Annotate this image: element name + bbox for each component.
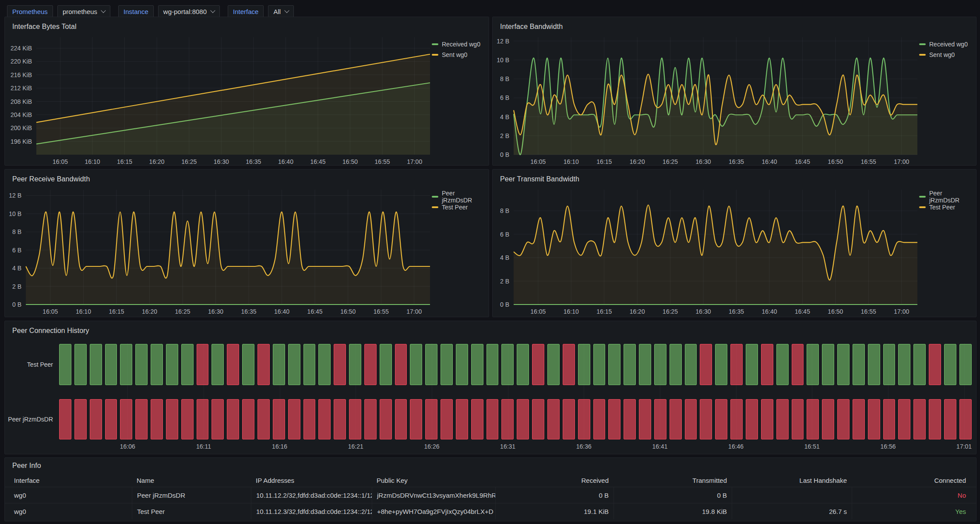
legend-item[interactable]: Received wg0 <box>432 40 484 48</box>
table-cell: Peer jRzmDsDR <box>132 487 251 503</box>
variable-selected-value: All <box>273 8 281 15</box>
state-bar-disconnected <box>563 344 575 385</box>
variable-value-interface[interactable]: All <box>268 5 294 18</box>
legend-swatch-icon <box>919 196 926 198</box>
legend-label: Test Peer <box>442 204 468 211</box>
x-axis-tick: 16:55 <box>861 158 876 165</box>
state-bar-disconnected <box>395 399 407 439</box>
panel-title[interactable]: Peer Info <box>12 462 41 470</box>
state-bar-connected <box>959 344 972 385</box>
panel-title[interactable]: Peer Connection History <box>12 327 89 335</box>
x-axis-tick: 16:10 <box>564 158 579 165</box>
chart-plot-area[interactable]: 8 B6 B4 B2 B0 B16:0516:1016:1516:2016:25… <box>514 190 917 304</box>
state-bar-connected <box>105 344 117 385</box>
state-bar-connected <box>608 344 620 385</box>
state-bar-connected <box>74 344 87 385</box>
column-header-transmitted[interactable]: Transmitted <box>613 474 732 487</box>
state-bar-connected <box>59 344 71 385</box>
state-bar-disconnected <box>730 399 743 439</box>
column-header-received[interactable]: Received <box>495 474 613 487</box>
column-header-name[interactable]: Name <box>132 474 251 487</box>
state-bar-connected <box>288 344 300 385</box>
legend-swatch-icon <box>432 54 438 56</box>
state-bar-connected <box>380 344 392 385</box>
column-header-ip-addresses[interactable]: IP Addresses <box>251 474 372 487</box>
panel-title[interactable]: Interface Bytes Total <box>12 23 77 31</box>
column-header-last-handshake[interactable]: Last Handshake <box>732 474 852 487</box>
state-bar-disconnected <box>563 399 575 439</box>
timeline-plot-area[interactable]: 16:0616:1116:1616:2116:2616:3116:3616:41… <box>59 343 972 440</box>
x-axis-tick: 16:05 <box>530 308 546 315</box>
x-axis-tick: 16:05 <box>42 308 58 315</box>
state-bar-disconnected <box>364 399 377 439</box>
y-axis-tick: 8 B <box>500 75 509 82</box>
x-axis-tick: 16:45 <box>795 308 810 315</box>
variable-label-prometheus: Prometheus <box>7 5 53 18</box>
x-axis-tick: 16:25 <box>663 158 678 165</box>
x-axis-tick: 16:15 <box>109 308 124 315</box>
x-axis-tick: 16:15 <box>117 158 132 165</box>
legend-item[interactable]: Test Peer <box>919 203 972 211</box>
x-axis-tick: 16:05 <box>530 158 546 165</box>
x-axis-tick: 16:05 <box>53 158 68 165</box>
chart-canvas <box>36 37 430 155</box>
state-bar-disconnected <box>807 399 819 439</box>
state-bar-connected <box>715 344 727 385</box>
x-axis-tick: 16:50 <box>828 158 843 165</box>
state-bar-disconnected <box>532 399 544 439</box>
legend-label: Peer jRzmDsDR <box>929 190 972 204</box>
chart-plot-area[interactable]: 12 B10 B8 B6 B4 B2 B0 B16:0516:1016:1516… <box>26 190 430 304</box>
table-row: wg0Peer jRzmDsDR10.11.12.2/32,fdfd:d3ad:… <box>5 487 976 503</box>
chart-plot-area[interactable]: 224 KiB220 KiB216 KiB212 KiB208 KiB204 K… <box>36 37 430 155</box>
y-axis-tick: 2 B <box>12 283 21 290</box>
state-bar-disconnected <box>181 399 194 439</box>
state-bar-connected <box>349 344 361 385</box>
variable-selected-value: prometheus <box>63 8 97 15</box>
state-bar-disconnected <box>853 399 865 439</box>
chevron-down-icon <box>284 8 289 13</box>
x-axis-tick: 16:50 <box>340 308 356 315</box>
legend-item[interactable]: Test Peer <box>432 203 484 211</box>
x-axis-tick: 16:25 <box>175 308 190 315</box>
state-bar-disconnected <box>441 399 453 439</box>
state-bar-connected <box>822 344 834 385</box>
x-axis-tick: 16:20 <box>630 158 645 165</box>
y-axis-tick: 0 B <box>12 301 21 308</box>
state-bar-connected <box>501 344 514 385</box>
state-bar-disconnected <box>624 399 636 439</box>
state-bar-disconnected <box>700 344 712 385</box>
panel-title[interactable]: Interface Bandwidth <box>500 23 563 31</box>
state-bar-connected <box>593 344 606 385</box>
state-bar-disconnected <box>334 344 346 385</box>
variable-value-instance[interactable]: wg-portal:8080 <box>158 5 220 18</box>
state-bar-disconnected <box>334 399 346 439</box>
timeline-x-tick: 17:01 <box>956 443 972 450</box>
y-axis-tick: 10 B <box>9 210 21 217</box>
legend-item[interactable]: Received wg0 <box>919 40 972 48</box>
variable-selected-value: wg-portal:8080 <box>163 8 207 15</box>
panel-title[interactable]: Peer Receive Bandwidth <box>12 175 90 183</box>
chart-plot-area[interactable]: 12 B10 B8 B6 B4 B2 B0 B16:0516:1016:1516… <box>514 37 917 155</box>
column-header-public-key[interactable]: Public Key <box>372 474 495 487</box>
y-axis-tick: 12 B <box>497 38 509 45</box>
state-bar-connected <box>242 344 254 385</box>
x-axis-tick: 16:20 <box>142 308 157 315</box>
table-cell: 19.1 KiB <box>495 503 613 519</box>
state-bar-connected <box>837 344 850 385</box>
variable-value-prometheus[interactable]: prometheus <box>57 5 110 18</box>
state-bar-connected <box>853 344 865 385</box>
legend-item[interactable]: Sent wg0 <box>919 50 972 59</box>
chart-canvas <box>26 190 430 304</box>
legend-item[interactable]: Peer jRzmDsDR <box>432 192 484 201</box>
x-axis-tick: 16:30 <box>696 308 711 315</box>
legend-item[interactable]: Peer jRzmDsDR <box>919 192 972 201</box>
panel-title[interactable]: Peer Transmit Bandwidth <box>500 175 579 183</box>
column-header-interface[interactable]: Interface <box>9 474 132 487</box>
state-bar-disconnected <box>59 399 71 439</box>
y-axis-tick: 6 B <box>12 247 21 254</box>
x-axis-tick: 17:00 <box>894 308 909 315</box>
x-axis-tick: 16:45 <box>307 308 323 315</box>
column-header-connected[interactable]: Connected <box>852 474 971 487</box>
state-bar-disconnected <box>746 399 758 439</box>
legend-item[interactable]: Sent wg0 <box>432 50 484 59</box>
